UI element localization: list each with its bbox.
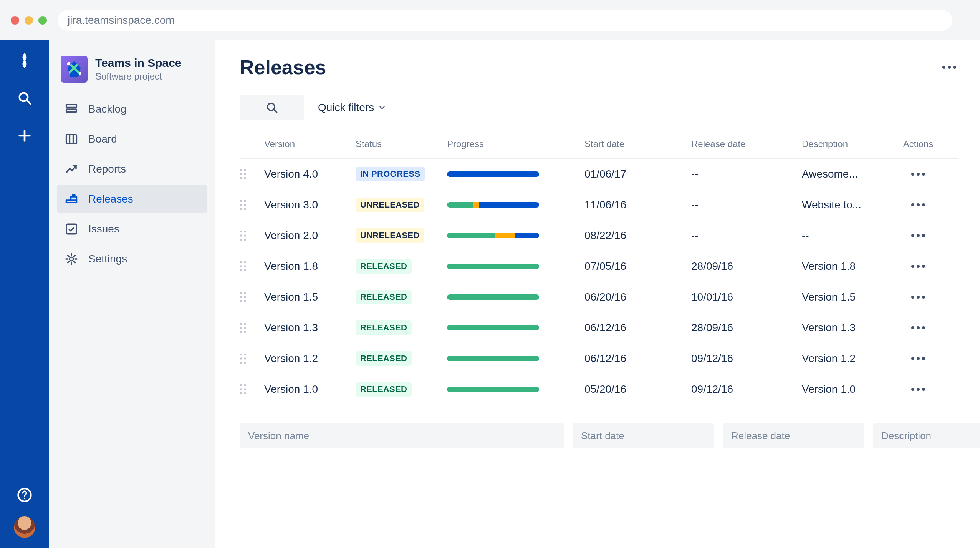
project-subtitle: Software project — [95, 71, 182, 82]
cell-progress — [447, 325, 581, 330]
row-actions-button[interactable] — [901, 357, 935, 360]
table-row[interactable]: Version 2.0UNRELEASED08/22/16---- — [240, 220, 958, 251]
svg-point-57 — [240, 388, 242, 390]
table-row[interactable]: Version 1.5RELEASED06/20/1610/01/16Versi… — [240, 282, 958, 312]
drag-handle-icon[interactable] — [240, 169, 261, 179]
cell-start-date: 06/12/16 — [584, 322, 688, 334]
quick-filters-label: Quick filters — [318, 101, 374, 114]
cell-version: Version 2.0 — [264, 229, 353, 242]
sidebar-item-label: Settings — [88, 253, 127, 265]
row-actions-button[interactable] — [901, 203, 935, 206]
start-date-input[interactable] — [573, 423, 714, 448]
settings-icon — [64, 251, 79, 267]
row-actions-button[interactable] — [901, 296, 935, 299]
svg-point-42 — [244, 300, 246, 302]
progress-bar — [447, 233, 539, 238]
sidebar-item-releases[interactable]: Releases — [57, 185, 207, 213]
cell-version: Version 3.0 — [264, 199, 353, 211]
cell-version: Version 4.0 — [264, 168, 353, 180]
url-text: jira.teamsinspace.com — [68, 14, 175, 27]
description-input[interactable] — [873, 423, 980, 448]
window-minimize-icon[interactable] — [25, 16, 33, 25]
jira-logo-icon[interactable] — [14, 50, 35, 71]
col-release: Release date — [691, 139, 799, 149]
cell-progress — [447, 387, 581, 392]
sidebar-item-settings[interactable]: Settings — [57, 245, 207, 273]
sidebar-item-label: Board — [88, 133, 117, 145]
quick-filters-dropdown[interactable]: Quick filters — [315, 101, 389, 114]
row-actions-button[interactable] — [901, 388, 935, 391]
progress-bar — [447, 264, 539, 269]
progress-bar — [447, 171, 539, 177]
svg-point-17 — [240, 177, 242, 179]
status-badge: IN PROGRESS — [356, 167, 425, 181]
global-nav-rail — [0, 40, 49, 548]
releases-icon — [64, 191, 79, 207]
drag-handle-icon[interactable] — [240, 322, 261, 333]
drag-handle-icon[interactable] — [240, 353, 261, 364]
page-more-button[interactable] — [940, 58, 958, 76]
cell-status: RELEASED — [356, 320, 444, 335]
avatar[interactable] — [14, 516, 35, 538]
svg-point-53 — [240, 362, 242, 364]
row-actions-button[interactable] — [901, 326, 935, 329]
drag-handle-icon[interactable] — [240, 230, 261, 241]
svg-rect-5 — [66, 109, 77, 112]
cell-start-date: 06/20/16 — [584, 291, 688, 303]
url-bar[interactable]: jira.teamsinspace.com — [58, 10, 952, 31]
cell-version: Version 1.8 — [264, 260, 353, 272]
app: Teams in Space Software project BacklogB… — [0, 40, 980, 548]
table-row[interactable]: Version 3.0UNRELEASED11/06/16--Website t… — [240, 189, 958, 220]
drag-handle-icon[interactable] — [240, 261, 261, 272]
global-create-icon[interactable] — [14, 125, 35, 146]
col-start: Start date — [584, 139, 688, 149]
svg-point-37 — [240, 292, 242, 294]
cell-version: Version 1.5 — [264, 291, 353, 303]
table-row[interactable]: Version 4.0IN PROGRESS01/06/17--Awesome.… — [240, 159, 958, 189]
more-icon — [911, 357, 925, 360]
search-icon — [265, 101, 278, 114]
search-input[interactable] — [240, 95, 304, 120]
drag-handle-icon[interactable] — [240, 199, 261, 210]
svg-point-47 — [240, 331, 242, 333]
sidebar-item-board[interactable]: Board — [57, 125, 207, 153]
release-date-input[interactable] — [723, 423, 864, 448]
reports-icon — [64, 161, 79, 177]
version-name-input[interactable] — [240, 423, 564, 448]
table-row[interactable]: Version 1.3RELEASED06/12/1628/09/16Versi… — [240, 312, 958, 343]
window-maximize-icon[interactable] — [38, 16, 47, 25]
progress-bar — [447, 356, 539, 361]
cell-description: -- — [802, 229, 898, 242]
sidebar-item-issues[interactable]: Issues — [57, 215, 207, 243]
sidebar-item-label: Backlog — [88, 103, 127, 115]
svg-point-15 — [240, 173, 242, 175]
more-icon — [942, 66, 956, 69]
row-actions-button[interactable] — [901, 173, 935, 176]
table-row[interactable]: Version 1.2RELEASED06/12/1609/12/16Versi… — [240, 343, 958, 374]
drag-handle-icon[interactable] — [240, 292, 261, 302]
cell-release-date: 10/01/16 — [691, 291, 799, 303]
table-row[interactable]: Version 1.8RELEASED07/05/1628/09/16Versi… — [240, 251, 958, 282]
cell-version: Version 1.2 — [264, 352, 353, 365]
window-close-icon[interactable] — [11, 16, 19, 25]
svg-point-50 — [244, 354, 246, 356]
global-search-icon[interactable] — [14, 87, 35, 109]
progress-bar — [447, 325, 539, 330]
help-icon[interactable] — [14, 484, 35, 506]
svg-point-29 — [240, 239, 242, 241]
sidebar-item-label: Reports — [88, 163, 126, 175]
row-actions-button[interactable] — [901, 234, 935, 237]
cell-description: Version 1.8 — [802, 260, 898, 272]
cell-version: Version 1.3 — [264, 322, 353, 334]
cell-status: UNRELEASED — [356, 198, 444, 212]
table-header: Version Status Progress Start date Relea… — [240, 133, 958, 159]
drag-handle-icon[interactable] — [240, 384, 261, 395]
table-row[interactable]: Version 1.0RELEASED05/20/1609/12/16Versi… — [240, 374, 958, 405]
sidebar-item-reports[interactable]: Reports — [57, 155, 207, 183]
status-badge: RELEASED — [356, 382, 412, 397]
cell-description: Version 1.2 — [802, 352, 898, 365]
sidebar-item-backlog[interactable]: Backlog — [57, 95, 207, 123]
cell-release-date: 28/09/16 — [691, 260, 799, 272]
more-icon — [911, 234, 925, 237]
row-actions-button[interactable] — [901, 265, 935, 268]
